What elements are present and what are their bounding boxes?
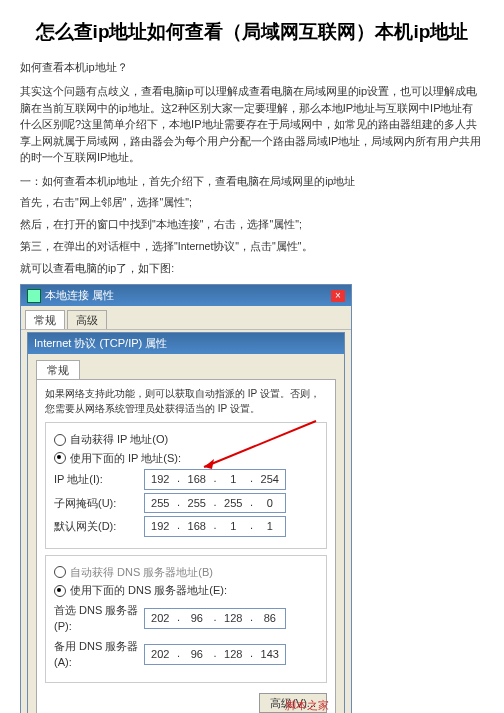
step-1: 首先，右击"网上邻居"，选择"属性";: [20, 195, 484, 211]
input-dns2[interactable]: 202. 96. 128. 143: [144, 644, 286, 665]
outer-window-title: 本地连接 属性: [45, 287, 114, 304]
inner-window: Internet 协议 (TCP/IP) 属性 常规 如果网络支持此功能，则可以…: [27, 332, 345, 713]
radio-auto-ip[interactable]: [54, 434, 66, 446]
label-ip: IP 地址(I):: [54, 471, 144, 488]
dns-group: 自动获得 DNS 服务器地址(B) 使用下面的 DNS 服务器地址(E): 首选…: [45, 555, 327, 683]
section-1-title: 一：如何查看本机ip地址，首先介绍下，查看电脑在局域网里的ip地址: [20, 174, 484, 190]
input-ip[interactable]: 192. 168. 1. 254: [144, 469, 286, 490]
intro-body: 其实这个问题有点歧义，查看电脑ip可以理解成查看电脑在局域网里的ip设置，也可以…: [20, 83, 484, 166]
screenshot: 本地连接 属性 × 常规 高级 Internet 协议 (TCP/IP) 属性 …: [20, 284, 484, 713]
label-mask: 子网掩码(U):: [54, 495, 144, 512]
window-icon: [27, 289, 41, 303]
tab-general-inner[interactable]: 常规: [36, 360, 80, 380]
label-dns2: 备用 DNS 服务器(A):: [54, 638, 144, 671]
label-gateway: 默认网关(D):: [54, 518, 144, 535]
outer-window: 本地连接 属性 × 常规 高级 Internet 协议 (TCP/IP) 属性 …: [20, 284, 352, 713]
label-auto-dns: 自动获得 DNS 服务器地址(B): [70, 564, 213, 581]
tab-advanced-outer[interactable]: 高级: [67, 310, 107, 330]
input-dns1[interactable]: 202. 96. 128. 86: [144, 608, 286, 629]
step-3: 第三，在弹出的对话框中，选择"Internet协议"，点击"属性"。: [20, 239, 484, 255]
label-dns1: 首选 DNS 服务器(P):: [54, 602, 144, 635]
input-mask[interactable]: 255. 255. 255. 0: [144, 493, 286, 514]
inner-window-title: Internet 协议 (TCP/IP) 属性: [28, 333, 344, 354]
tcp-ip-panel: 如果网络支持此功能，则可以获取自动指派的 IP 设置。否则，您需要从网络系统管理…: [36, 379, 336, 713]
watermark: 脚本之家 www.jb51.net: [264, 699, 329, 713]
input-gateway[interactable]: 192. 168. 1. 1: [144, 516, 286, 537]
outer-tabstrip: 常规 高级: [21, 306, 351, 331]
outer-titlebar: 本地连接 属性 ×: [21, 285, 351, 306]
panel-description: 如果网络支持此功能，则可以获取自动指派的 IP 设置。否则，您需要从网络系统管理…: [45, 386, 327, 416]
radio-auto-dns[interactable]: [54, 566, 66, 578]
label-use-ip: 使用下面的 IP 地址(S):: [70, 450, 181, 467]
step-2: 然后，在打开的窗口中找到"本地连接"，右击，选择"属性";: [20, 217, 484, 233]
intro-question: 如何查看本机ip地址？: [20, 59, 484, 76]
step-result: 就可以查看电脑的ip了，如下图:: [20, 261, 484, 277]
label-use-dns: 使用下面的 DNS 服务器地址(E):: [70, 582, 227, 599]
tab-general-outer[interactable]: 常规: [25, 310, 65, 330]
page-title: 怎么查ip地址如何查看（局域网互联网）本机ip地址: [20, 18, 484, 47]
close-icon[interactable]: ×: [331, 290, 345, 302]
radio-use-dns[interactable]: [54, 585, 66, 597]
ip-group: 自动获得 IP 地址(O) 使用下面的 IP 地址(S): IP 地址(I): …: [45, 422, 327, 549]
radio-use-ip[interactable]: [54, 452, 66, 464]
label-auto-ip: 自动获得 IP 地址(O): [70, 431, 168, 448]
